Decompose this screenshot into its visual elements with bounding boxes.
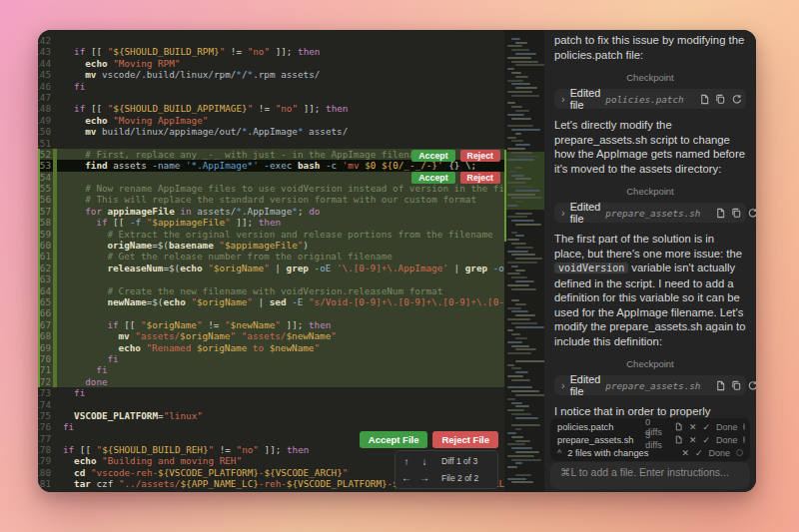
diff-navigator: ↑ ↓ Diff 1 of 3 ← → File 2 of 2: [395, 450, 498, 489]
accept-file-icon[interactable]: ✓: [702, 435, 710, 445]
open-file-icon[interactable]: [699, 94, 710, 105]
code-line: 171fi: [38, 364, 504, 375]
edited-file-name: policies.patch: [605, 94, 683, 105]
code-line: 167if [[ "$origName" != "$newName" ]]; t…: [38, 319, 504, 330]
open-file-icon[interactable]: [715, 380, 726, 391]
inline-diff-actions-2: Accept Reject: [411, 172, 500, 184]
next-file-button[interactable]: →: [419, 472, 429, 483]
reject-hunk-button[interactable]: Reject: [460, 150, 500, 162]
restore-checkpoint-icon[interactable]: [731, 94, 742, 105]
code-line: 165newName=$(echo "$origName" | sed -E "…: [38, 296, 504, 307]
checkpoint-label: Checkpoint: [554, 186, 746, 197]
code-line: 156# This will replace the standard vers…: [38, 194, 504, 205]
code-line: 149echo "Moving AppImage": [38, 115, 504, 126]
code-line: 158if [[ -f "$appimageFile" ]]; then: [38, 217, 504, 228]
status-ring-icon: [736, 449, 743, 456]
assistant-message: patch to fix this issue by modifying the…: [554, 33, 746, 62]
accept-file-icon[interactable]: ✓: [702, 422, 710, 432]
copy-icon[interactable]: [731, 380, 742, 391]
edited-file-label: Edited file: [570, 373, 601, 397]
code-line: 164# Create the new filename with voidVe…: [38, 285, 504, 296]
chevron-up-icon: ^: [557, 448, 561, 458]
copy-icon[interactable]: [731, 208, 742, 219]
accept-hunk-button[interactable]: Accept: [411, 150, 454, 162]
code-line: 153find assets -name '*.AppImage*' -exec…: [38, 160, 504, 171]
minimap-diff-gutter: [504, 150, 506, 242]
open-file-icon[interactable]: [715, 208, 726, 219]
code-line: 174: [38, 399, 504, 410]
edited-file-name: prepare_assets.sh: [605, 208, 700, 219]
done-button[interactable]: Done: [716, 422, 738, 432]
code-line: 170fi: [38, 353, 504, 364]
file-changes-panel: policies.patch 0 diffs ✕ ✓ Done prepare_…: [550, 418, 750, 461]
prev-file-button[interactable]: ←: [401, 472, 411, 483]
code-line: 146fi: [38, 81, 504, 92]
chevron-right-icon: ›: [561, 94, 565, 105]
next-diff-button[interactable]: ↓: [419, 456, 429, 467]
code-lines: 142143if [[ "${SHOULD_BUILD_RPM}" != "no…: [38, 35, 504, 492]
edited-file-card-prepare-2[interactable]: › Edited file prepare_assets.sh: [554, 375, 746, 395]
inline-code: voidVersion: [554, 263, 628, 273]
edited-file-card-prepare-1[interactable]: › Edited file prepare_assets.sh: [554, 203, 746, 223]
done-button[interactable]: Done: [716, 435, 738, 445]
file-diff-actions: Accept File Reject File: [360, 431, 498, 448]
code-line: 182cd ..: [38, 490, 504, 492]
assistant-message: The first part of the solution is in pla…: [554, 232, 746, 348]
prev-diff-button[interactable]: ↑: [401, 456, 411, 467]
code-line: 144echo "Moving RPM": [38, 58, 504, 69]
open-file-icon[interactable]: [674, 435, 683, 444]
code-line: 163: [38, 273, 504, 284]
code-line: 147: [38, 92, 504, 103]
done-button[interactable]: Done: [708, 448, 730, 458]
code-line: 169echo "Renamed $origName to $newName": [38, 342, 504, 353]
checkpoint-label: Checkpoint: [554, 358, 746, 369]
minimap[interactable]: [504, 30, 544, 492]
accept-hunk-button[interactable]: Accept: [411, 172, 454, 184]
chat-input[interactable]: [550, 462, 750, 489]
editor-window: 142143if [[ "${SHOULD_BUILD_RPM}" != "no…: [38, 30, 756, 492]
edited-file-name: prepare_assets.sh: [605, 380, 700, 391]
edited-file-label: Edited file: [570, 201, 601, 225]
code-line: 155# Now rename AppImage files to use vo…: [38, 183, 504, 194]
restore-checkpoint-icon[interactable]: [747, 208, 756, 219]
reject-file-icon[interactable]: ✕: [689, 422, 697, 432]
checkpoint-label: Checkpoint: [554, 72, 746, 83]
edited-file-card-policies[interactable]: › Edited file policies.patch: [554, 89, 746, 109]
code-line: 143if [[ "${SHOULD_BUILD_RPM}" != "no" ]…: [38, 46, 504, 57]
code-line: 159# Extract the original version and re…: [38, 229, 504, 240]
status-ring-icon: [743, 423, 745, 430]
code-editor[interactable]: 142143if [[ "${SHOULD_BUILD_RPM}" != "no…: [38, 30, 504, 492]
code-line: 157for appimageFile in assets/*.AppImage…: [38, 206, 504, 217]
code-line: 162releaseNum=$(echo "$origName" | grep …: [38, 263, 504, 273]
summary-label: 2 files with changes: [567, 448, 648, 458]
accept-file-button[interactable]: Accept File: [360, 431, 428, 448]
reject-all-icon[interactable]: ✕: [681, 448, 689, 458]
chevron-right-icon: ›: [561, 380, 565, 391]
open-file-icon[interactable]: [674, 422, 683, 431]
accept-all-icon[interactable]: ✓: [695, 448, 703, 458]
edited-file-label: Edited file: [570, 87, 601, 111]
code-line: 151: [38, 138, 504, 149]
inline-diff-actions-1: Accept Reject: [411, 150, 500, 162]
code-line: 148if [[ "${SHOULD_BUILD_APPIMAGE}" != "…: [38, 103, 504, 114]
code-line: 168mv "assets/$origName" "assets/$newNam…: [38, 330, 504, 341]
reject-hunk-button[interactable]: Reject: [460, 172, 500, 184]
code-line: 142: [38, 35, 504, 46]
code-line: 160origName=$(basename "$appimageFile"): [38, 240, 504, 251]
code-line: 175VSCODE_PLATFORM="linux": [38, 410, 504, 421]
chevron-right-icon: ›: [561, 208, 565, 219]
file-name: prepare_assets.sh: [557, 435, 639, 445]
code-line: 166: [38, 307, 504, 318]
assistant-panel: patch to fix this issue by modifying the…: [544, 30, 756, 492]
code-line: 145mv vscode/.build/linux/rpm/*/*.rpm as…: [38, 69, 504, 80]
code-line: 173fi: [38, 387, 504, 398]
copy-icon[interactable]: [715, 94, 726, 105]
restore-checkpoint-icon[interactable]: [747, 380, 756, 391]
file-change-row[interactable]: prepare_assets.sh 3 diffs ✕ ✓ Done: [557, 433, 743, 446]
code-line: 172done: [38, 376, 504, 387]
reject-file-button[interactable]: Reject File: [432, 431, 498, 448]
code-line: 150mv build/linux/appimage/out/*.AppImag…: [38, 126, 504, 137]
file-counter: File 2 of 2: [441, 473, 478, 483]
reject-file-icon[interactable]: ✕: [689, 435, 697, 445]
status-ring-icon: [743, 436, 745, 443]
